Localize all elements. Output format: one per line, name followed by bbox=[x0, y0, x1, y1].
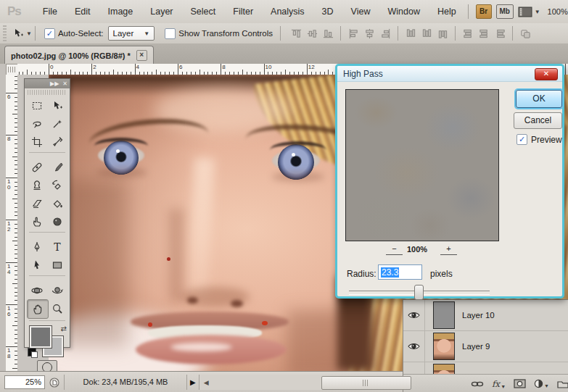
menu-file[interactable]: File bbox=[34, 0, 66, 23]
menu-analysis[interactable]: Analysis bbox=[262, 0, 313, 23]
menu-select[interactable]: Select bbox=[182, 0, 225, 23]
menu-view[interactable]: View bbox=[342, 0, 379, 23]
new-group-icon[interactable] bbox=[557, 380, 568, 388]
move-tool[interactable] bbox=[47, 96, 67, 114]
tab-close-icon[interactable]: × bbox=[136, 50, 147, 61]
application-bar: Br Mb ▼ 100% ▼ ▼ bbox=[465, 4, 568, 19]
menu-layer[interactable]: Layer bbox=[141, 0, 181, 23]
close-icon[interactable]: ✕ bbox=[62, 80, 67, 87]
device-central-button[interactable]: Mb bbox=[496, 4, 514, 19]
3d-orbit-tool[interactable] bbox=[47, 281, 67, 299]
radius-slider-thumb[interactable] bbox=[414, 285, 424, 300]
dialog-title-bar[interactable]: High Pass bbox=[337, 66, 562, 82]
cancel-button[interactable]: Cancel bbox=[514, 112, 562, 129]
burn-tool[interactable] bbox=[47, 212, 67, 230]
eyedropper-tool[interactable] bbox=[47, 133, 67, 151]
type-tool[interactable]: T bbox=[47, 238, 67, 256]
brush-tool[interactable] bbox=[47, 158, 67, 176]
view-extras-dropdown[interactable]: ▼ bbox=[518, 7, 540, 17]
align-top-edges-icon[interactable] bbox=[289, 27, 302, 40]
zoom-level-dropdown[interactable]: 100% ▼ bbox=[545, 7, 568, 16]
rectangular-marquee-tool[interactable] bbox=[27, 96, 47, 114]
collapse-arrows-icon[interactable]: ▶▶ bbox=[50, 80, 59, 87]
healing-brush-tool[interactable] bbox=[27, 158, 47, 176]
swap-colors-icon[interactable]: ⇄ bbox=[61, 325, 67, 333]
paint-bucket-tool[interactable] bbox=[47, 194, 67, 212]
preview-checkbox[interactable]: ✓ bbox=[516, 134, 527, 145]
menu-window[interactable]: Window bbox=[379, 0, 428, 23]
smudge-tool[interactable] bbox=[27, 212, 47, 230]
menu-bar: Ps FileEditImageLayerSelectFilterAnalysi… bbox=[0, 0, 568, 24]
layer-row-layer-9[interactable]: Layer 9 bbox=[403, 331, 568, 362]
palette-header[interactable]: ▶▶ ✕ bbox=[25, 79, 70, 88]
pen-tool[interactable] bbox=[27, 238, 47, 256]
3d-rotate-tool[interactable] bbox=[27, 281, 47, 299]
layer-style-fx-icon[interactable]: fx▼ bbox=[492, 379, 506, 389]
dialog-close-button[interactable]: ✕ bbox=[535, 68, 558, 80]
layer-visibility-eye-icon[interactable] bbox=[407, 341, 421, 351]
distribute-vertical-centers-icon[interactable] bbox=[420, 27, 433, 40]
layer-name[interactable]: Layer 10 bbox=[462, 311, 495, 320]
default-colors-icon[interactable] bbox=[28, 348, 36, 356]
layer-thumbnail[interactable] bbox=[433, 333, 455, 360]
preview-zoom-in-button[interactable]: + bbox=[440, 243, 457, 255]
ruler-label: 14 bbox=[7, 264, 12, 275]
history-brush-tool[interactable] bbox=[47, 176, 67, 194]
status-flyout-arrow[interactable]: ▶ bbox=[190, 378, 196, 386]
align-horizontal-centers-icon[interactable] bbox=[363, 27, 376, 40]
horizontal-scrollbar[interactable]: ◀ bbox=[199, 375, 403, 390]
ruler-tick bbox=[113, 70, 114, 75]
document-tab[interactable]: photo02.jpg @ 100% (RGB/8#) * × bbox=[4, 46, 154, 64]
path-selection-tool[interactable] bbox=[27, 256, 47, 274]
distribute-top-edges-icon[interactable] bbox=[404, 27, 417, 40]
align-right-edges-icon[interactable] bbox=[379, 27, 392, 40]
distribute-bottom-edges-icon[interactable] bbox=[436, 27, 449, 40]
align-bottom-edges-icon[interactable] bbox=[321, 27, 334, 40]
clone-stamp-tool[interactable] bbox=[27, 176, 47, 194]
adjustment-layer-icon[interactable]: ▼ bbox=[534, 379, 549, 388]
scroll-left-icon[interactable]: ◀ bbox=[204, 379, 209, 386]
layer-thumbnail[interactable] bbox=[433, 301, 455, 329]
menu-3d[interactable]: 3D bbox=[313, 0, 342, 23]
radius-slider[interactable] bbox=[349, 291, 490, 295]
palette-drag-area[interactable] bbox=[28, 90, 67, 95]
menu-edit[interactable]: Edit bbox=[66, 0, 99, 23]
auto-select-checkbox[interactable]: ✓ bbox=[44, 28, 55, 39]
align-vertical-centers-icon[interactable] bbox=[305, 27, 318, 40]
scrollbar-thumb[interactable] bbox=[321, 376, 411, 390]
align-left-edges-icon[interactable] bbox=[347, 27, 360, 40]
preview-zoom-out-button[interactable]: − bbox=[386, 243, 403, 255]
layer-name[interactable]: Layer 9 bbox=[462, 342, 490, 351]
document-size-info[interactable]: Dok: 23,4 MB/195,4 MB bbox=[64, 375, 187, 390]
zoom-tool[interactable] bbox=[47, 299, 67, 317]
layer-row-layer-10[interactable]: Layer 10 bbox=[403, 300, 568, 331]
tool-grid: T bbox=[25, 96, 70, 319]
foreground-color-swatch[interactable] bbox=[30, 326, 52, 348]
current-tool-badge[interactable]: ▼ bbox=[12, 28, 32, 39]
distribute-left-edges-icon[interactable] bbox=[461, 27, 474, 40]
lasso-tool[interactable] bbox=[27, 114, 47, 133]
crop-tool[interactable] bbox=[27, 133, 47, 151]
hand-tool[interactable] bbox=[27, 299, 49, 319]
menu-filter[interactable]: Filter bbox=[224, 0, 262, 23]
radius-input[interactable]: 23.3 bbox=[378, 264, 422, 280]
eraser-tool[interactable] bbox=[27, 194, 47, 212]
show-transform-checkbox[interactable] bbox=[165, 28, 176, 39]
auto-select-target-dropdown[interactable]: Layer ▼ bbox=[108, 26, 155, 41]
ok-button[interactable]: OK bbox=[516, 90, 562, 108]
ruler-label: 12 bbox=[7, 221, 12, 233]
menu-image[interactable]: Image bbox=[99, 0, 142, 23]
vertical-ruler[interactable]: 681012141618 bbox=[6, 75, 18, 371]
add-layer-mask-icon[interactable] bbox=[514, 379, 526, 388]
shape-tool[interactable] bbox=[47, 256, 67, 274]
status-zoom-field[interactable]: 25% bbox=[4, 375, 45, 389]
launch-bridge-button[interactable]: Br bbox=[476, 4, 492, 19]
filter-preview-area[interactable] bbox=[345, 89, 499, 241]
link-layers-icon[interactable] bbox=[471, 380, 484, 388]
layer-visibility-eye-icon[interactable] bbox=[407, 310, 421, 320]
distribute-horizontal-centers-icon[interactable] bbox=[477, 27, 490, 40]
auto-align-layers-icon[interactable] bbox=[519, 27, 532, 40]
quick-selection-tool[interactable] bbox=[47, 114, 67, 133]
distribute-right-edges-icon[interactable] bbox=[493, 27, 506, 40]
menu-help[interactable]: Help bbox=[429, 0, 465, 23]
